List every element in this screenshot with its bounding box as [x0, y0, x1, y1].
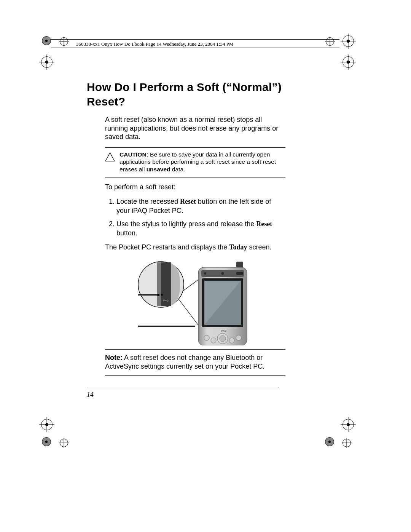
result-keyword: Today — [229, 243, 247, 251]
step-1-keyword: Reset — [180, 198, 196, 205]
reg-mark-bottom-right-phi — [342, 438, 352, 448]
note-label: Note: — [105, 354, 123, 361]
svg-rect-0 — [138, 326, 195, 327]
step-2-keyword: Reset — [256, 220, 272, 228]
result-paragraph: The Pocket PC restarts and displays the … — [105, 243, 285, 252]
note-text: A soft reset does not change any Bluetoo… — [105, 354, 264, 370]
step-2-pre: Use the stylus to lightly press and rele… — [116, 220, 256, 228]
caution-text-2: data. — [170, 166, 185, 173]
caution-bold: unsaved — [147, 166, 170, 173]
page-content: How Do I Perform a Soft (“Normal”) Reset… — [87, 80, 285, 376]
reg-mark-top-left-phi — [59, 37, 69, 46]
step-2: Use the stylus to lightly press and rele… — [116, 220, 285, 238]
svg-rect-7 — [157, 294, 159, 296]
header-rule-bottom — [51, 48, 339, 48]
page-number: 14 — [87, 391, 94, 399]
steps-list: Locate the recessed Reset button on the … — [105, 197, 285, 238]
result-post: screen. — [247, 243, 272, 251]
footer-rule — [87, 387, 279, 387]
reg-mark-right-lower — [342, 419, 354, 430]
reg-mark-top-left-dot — [42, 36, 51, 45]
svg-point-21 — [204, 335, 209, 340]
svg-point-23 — [229, 338, 234, 343]
step-2-post: button. — [116, 229, 137, 237]
device-figure: iPAQ iPAQ — [105, 258, 285, 345]
reg-mark-top-right-phi — [325, 37, 335, 46]
caution-label: CAUTION: — [119, 151, 148, 158]
result-pre: The Pocket PC restarts and displays the — [105, 243, 229, 251]
caution-icon — [105, 151, 116, 161]
reg-mark-bottom-left-phi — [59, 438, 69, 448]
svg-rect-5 — [157, 262, 161, 306]
reg-mark-top-right — [342, 35, 354, 47]
intro-paragraph: A soft reset (also known as a normal res… — [105, 115, 285, 141]
lead-line: To perform a soft reset: — [105, 183, 285, 192]
svg-point-22 — [211, 338, 216, 343]
header-meta: 360338-xx1 Onyx How Do I.book Page 14 We… — [76, 41, 233, 47]
svg-point-8 — [161, 294, 162, 296]
reg-mark-right-upper — [342, 56, 354, 68]
note-box: Note: A soft reset does not change any B… — [105, 349, 285, 376]
step-1: Locate the recessed Reset button on the … — [116, 197, 285, 215]
svg-rect-15 — [236, 272, 243, 275]
step-1-pre: Locate the recessed — [116, 198, 180, 205]
page-title: How Do I Perform a Soft (“Normal”) Reset… — [87, 80, 285, 109]
reg-mark-bottom-left-dot — [42, 437, 51, 446]
caution-text: CAUTION: Be sure to save your data in al… — [119, 151, 285, 173]
svg-point-14 — [221, 272, 224, 275]
svg-text:iPAQ: iPAQ — [163, 299, 169, 302]
header-rule-top — [51, 39, 339, 40]
svg-point-24 — [236, 335, 241, 340]
svg-point-13 — [204, 272, 206, 275]
reg-mark-left-upper — [41, 56, 53, 68]
caution-box: CAUTION: Be sure to save your data in al… — [105, 147, 285, 177]
device-illustration: iPAQ iPAQ — [138, 258, 252, 345]
reg-mark-left-lower — [41, 419, 53, 430]
svg-rect-6 — [138, 294, 157, 296]
svg-point-20 — [220, 335, 226, 342]
reg-mark-bottom-right-dot — [325, 437, 334, 446]
svg-text:iPAQ: iPAQ — [221, 330, 226, 332]
